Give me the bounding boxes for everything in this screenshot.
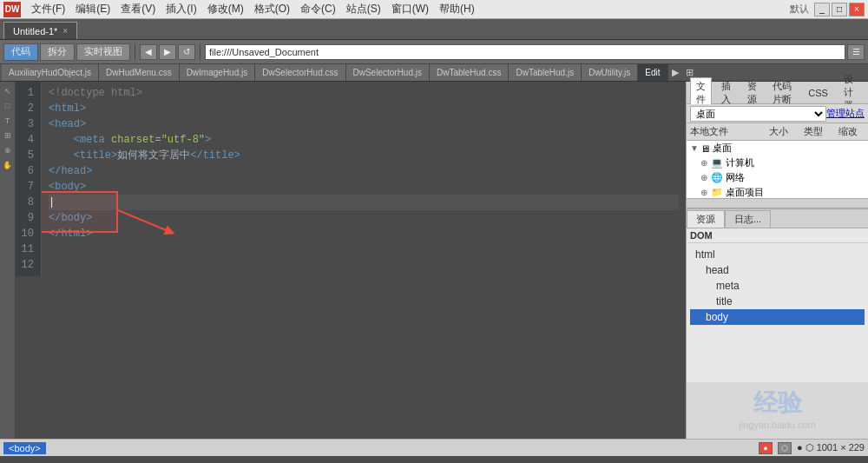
- refresh-icon[interactable]: ↺: [178, 44, 195, 60]
- code-editor[interactable]: <!doctype html> <html> <head> <meta char…: [42, 82, 686, 276]
- col-type: 类型: [804, 125, 838, 138]
- close-button[interactable]: ×: [849, 3, 865, 17]
- options-icon[interactable]: ☰: [847, 44, 865, 60]
- col-size: 大小: [769, 125, 804, 138]
- code-view-btn[interactable]: 代码: [3, 43, 38, 61]
- dom-item-meta[interactable]: meta: [690, 278, 865, 294]
- menu-edit[interactable]: 编辑(E): [70, 0, 115, 18]
- document-tab-bar: Untitled-1* ×: [0, 19, 868, 40]
- sidebar-icon-pointer[interactable]: ↖: [2, 85, 14, 97]
- menu-window[interactable]: 窗口(W): [386, 0, 434, 18]
- file-tab-7[interactable]: DwUtility.js: [582, 64, 638, 81]
- line-numbers: 1 2 3 4 5 6 7 8 9 10 11 12: [16, 82, 42, 276]
- sidebar-icon-select[interactable]: □: [2, 100, 14, 112]
- menu-help[interactable]: 帮助(H): [434, 0, 480, 18]
- dom-tree: html head meta title body: [687, 243, 868, 382]
- nav-forward-icon[interactable]: ▶: [159, 44, 176, 60]
- code-line-3: <head>: [49, 116, 679, 132]
- baidu-area: Baidu 经验 jingyan.baidu.com: [687, 382, 868, 440]
- site-dropdown[interactable]: 桌面: [690, 106, 826, 122]
- tree-item-desktop[interactable]: ▼ 🖥 桌面: [687, 141, 868, 155]
- code-line-11: </html>: [49, 226, 679, 241]
- right-bottom-panel: 资源 日志... DOM html head meta title body: [687, 208, 868, 382]
- menu-insert[interactable]: 插入(I): [161, 0, 201, 18]
- expander-icon: ⊕: [700, 173, 711, 182]
- expander-icon: ⊕: [700, 188, 711, 197]
- file-tree: ▼ 🖥 桌面 ⊕ 💻 计算机 ⊕ 🌐 网络 ⊕ 📁 桌面项目: [687, 141, 868, 198]
- col-action: 缩改: [838, 125, 865, 138]
- address-bar[interactable]: [205, 44, 845, 60]
- tree-label: 计算机: [726, 156, 754, 169]
- file-tab-bar: AuxiliaryHudObject.js DwHudMenu.css DwIm…: [0, 64, 868, 82]
- left-sidebar: ↖ □ T ⊞ ⊕ ✋: [0, 82, 16, 439]
- local-files-label: 本地文件: [690, 125, 769, 138]
- view-toolbar: 代码 拆分 实时视图 ◀ ▶ ↺ ☰: [0, 40, 868, 64]
- file-tab-1[interactable]: DwHudMenu.css: [99, 64, 180, 81]
- workspace-label: 默认: [790, 3, 809, 16]
- tree-item-desktop-project[interactable]: ⊕ 📁 桌面项目: [687, 185, 868, 198]
- dom-item-title[interactable]: title: [690, 294, 865, 309]
- dw-logo-icon: DW: [3, 2, 21, 17]
- tree-item-network[interactable]: ⊕ 🌐 网络: [687, 170, 868, 185]
- menu-modify[interactable]: 修改(M): [202, 0, 249, 18]
- baidu-watermark: Baidu 经验 jingyan.baidu.com: [732, 382, 823, 431]
- right-tab-css[interactable]: CSS: [802, 85, 834, 101]
- file-tab-0[interactable]: AuxiliaryHudObject.js: [2, 64, 99, 81]
- file-tab-8[interactable]: Edit: [638, 64, 667, 81]
- sidebar-icon-image[interactable]: ⊞: [2, 129, 14, 142]
- dom-label: DOM: [687, 228, 868, 243]
- menu-file[interactable]: 文件(F): [26, 0, 70, 18]
- sidebar-icon-text[interactable]: T: [2, 115, 14, 127]
- dom-tab-log[interactable]: 日志...: [725, 210, 771, 228]
- code-line-9: |: [49, 195, 679, 210]
- file-tree-header: 本地文件 大小 类型 缩改: [687, 123, 868, 141]
- tree-label: 网络: [726, 171, 745, 184]
- code-content: 1 2 3 4 5 6 7 8 9 10 11 12 <!doctype htm…: [16, 82, 686, 276]
- folder-icon: 🖥: [700, 143, 710, 154]
- file-tab-2[interactable]: DwImageHud.js: [180, 64, 256, 81]
- right-panel-tabs: 文件 插入 资源 代码片断 CSS 设计器: [687, 82, 868, 104]
- menu-site[interactable]: 站点(S): [341, 0, 386, 18]
- network-icon: 🌐: [711, 172, 723, 183]
- nav-back-icon[interactable]: ◀: [140, 44, 157, 60]
- record-icon[interactable]: ●: [759, 442, 773, 454]
- sidebar-icon-zoom[interactable]: ⊕: [2, 144, 14, 156]
- screen-icon[interactable]: ⬡: [778, 442, 792, 454]
- h-scrollbar[interactable]: [687, 198, 868, 208]
- dom-tab-assets[interactable]: 资源: [687, 210, 725, 228]
- menu-command[interactable]: 命令(C): [295, 0, 341, 18]
- file-tab-6[interactable]: DwTableHud.js: [509, 64, 582, 81]
- tree-item-computer[interactable]: ⊕ 💻 计算机: [687, 155, 868, 170]
- split-view-btn[interactable]: 拆分: [40, 43, 75, 61]
- menu-bar: DW 文件(F) 编辑(E) 查看(V) 插入(I) 修改(M) 格式(O) 命…: [0, 0, 868, 19]
- code-line-10: </body>: [49, 210, 679, 226]
- sidebar-icon-hand[interactable]: ✋: [2, 159, 14, 171]
- dom-item-body[interactable]: body: [690, 309, 865, 325]
- live-view-btn[interactable]: 实时视图: [76, 43, 130, 61]
- document-tab-0[interactable]: Untitled-1* ×: [3, 22, 77, 39]
- code-line-5: <title>如何将文字居中</title>: [49, 148, 679, 163]
- code-line-6: </head>: [49, 163, 679, 179]
- tree-label: 桌面项目: [726, 186, 764, 198]
- file-tab-3[interactable]: DwSelectorHud.css: [255, 64, 345, 81]
- tab-close-icon[interactable]: ×: [62, 26, 68, 36]
- dom-item-html[interactable]: html: [690, 247, 865, 262]
- separator-2: [200, 44, 201, 60]
- file-tab-5[interactable]: DwTableHud.css: [430, 64, 509, 81]
- menu-format[interactable]: 格式(O): [249, 0, 295, 18]
- status-tag[interactable]: <body>: [3, 442, 46, 454]
- editor-wrapper: 1 2 3 4 5 6 7 8 9 10 11 12 <!doctype htm…: [16, 82, 686, 439]
- manage-site-button[interactable]: 管理站点: [826, 107, 865, 120]
- file-tabs-arrow[interactable]: ▶: [668, 67, 682, 78]
- status-right: ● ⬡ ● ⬡ 1001 × 229: [759, 442, 865, 454]
- dom-item-head[interactable]: head: [690, 262, 865, 278]
- maximize-button[interactable]: □: [832, 3, 847, 17]
- tree-label: 桌面: [713, 142, 732, 155]
- menu-view[interactable]: 查看(V): [115, 0, 161, 18]
- code-area-wrapper: 1 2 3 4 5 6 7 8 9 10 11 12 <!doctype htm…: [16, 82, 686, 439]
- computer-icon: 💻: [711, 157, 723, 169]
- file-tab-4[interactable]: DwSelectorHud.js: [346, 64, 430, 81]
- code-line-4: <meta charset="utf-8">: [49, 132, 679, 148]
- minimize-button[interactable]: _: [814, 3, 830, 17]
- folder-project-icon: 📁: [711, 187, 723, 198]
